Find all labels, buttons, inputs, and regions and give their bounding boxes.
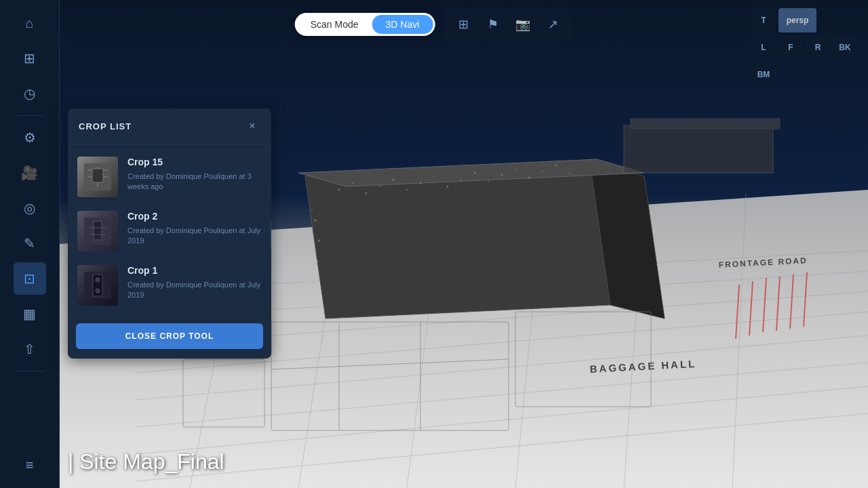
svg-point-56: [308, 230, 309, 231]
svg-point-19: [338, 189, 340, 191]
crop-info-2: Crop 2 Created by Dominique Pouliquen at…: [127, 211, 262, 247]
svg-point-72: [96, 278, 100, 282]
f-view-button[interactable]: F: [778, 35, 803, 60]
3d-navi-button[interactable]: 3D Navi: [372, 15, 433, 34]
svg-rect-48: [515, 312, 651, 407]
grid-icon: ▦: [23, 306, 36, 322]
svg-point-25: [420, 182, 422, 184]
svg-rect-67: [94, 221, 102, 240]
crop-meta-2: Created by Dominique Pouliquen at July 2…: [127, 226, 262, 247]
sidebar-item-camera[interactable]: 🎥: [14, 157, 46, 189]
crop-thumbnail-2: [77, 211, 118, 251]
svg-point-55: [315, 220, 317, 222]
crop-meta-1: Created by Dominique Pouliquen at July 2…: [127, 280, 262, 301]
list-item[interactable]: Crop 2 Created by Dominique Pouliquen at…: [68, 204, 271, 258]
share-icon: ⇧: [24, 341, 35, 357]
list-item[interactable]: Crop 1 Created by Dominique Pouliquen at…: [68, 258, 271, 312]
crop-thumbnail-15: [77, 157, 118, 197]
share-toolbar-icon: ↗: [548, 17, 558, 32]
site-name: | Site Map_Final: [68, 449, 224, 474]
bottom-layers-icon: ≡: [26, 458, 34, 473]
crop-name-2: Crop 2: [127, 211, 262, 222]
top-toolbar: Scan Mode 3D Navi ⊞ ⚑ 📷 ↗: [295, 8, 574, 41]
svg-marker-18: [298, 159, 644, 186]
sidebar-item-history[interactable]: ◷: [14, 77, 46, 110]
svg-point-28: [460, 179, 462, 180]
svg-point-73: [96, 289, 100, 293]
grid-view-icon: ⊞: [458, 17, 469, 32]
svg-line-42: [763, 278, 766, 332]
svg-line-43: [776, 277, 780, 331]
sidebar-item-share[interactable]: ⇧: [14, 333, 46, 365]
bm-view-button[interactable]: BM: [751, 62, 776, 87]
svg-line-40: [736, 285, 739, 339]
svg-point-21: [366, 192, 368, 195]
sidebar-item-grid[interactable]: ▦: [14, 298, 46, 330]
grid-view-button[interactable]: ⊞: [451, 12, 475, 37]
sidebar-item-location[interactable]: ◎: [14, 192, 46, 224]
svg-line-14: [624, 200, 644, 488]
svg-line-11: [298, 230, 339, 488]
svg-point-29: [474, 172, 476, 174]
svg-point-58: [313, 250, 314, 251]
panel-collapse-handle[interactable]: ‹: [270, 220, 271, 247]
layers-icon: ⊞: [24, 50, 35, 66]
svg-rect-37: [624, 125, 773, 173]
svg-line-45: [804, 272, 807, 327]
sidebar: ⌂ ⊞ ◷ ⚙ 🎥 ◎ ✎ ⊡ ▦ ⇧ ≡: [0, 0, 60, 488]
edit-icon: ✎: [24, 235, 35, 251]
svg-point-33: [528, 177, 530, 179]
camera-button[interactable]: 📷: [511, 12, 535, 37]
svg-point-30: [488, 181, 489, 182]
list-item[interactable]: Crop 15 Created by Dominique Pouliquen a…: [68, 150, 271, 204]
svg-line-44: [790, 274, 793, 329]
crop-panel-title: CROP LIST: [79, 121, 132, 131]
crop-icon: ⊡: [24, 270, 35, 287]
settings-icon: ⚙: [24, 129, 36, 146]
svg-text:BAGGAGE HALL: BAGGAGE HALL: [589, 358, 696, 375]
mode-toggle: Scan Mode 3D Navi: [295, 13, 435, 36]
sidebar-item-settings[interactable]: ⚙: [14, 121, 46, 154]
svg-line-13: [515, 207, 542, 488]
crop-info-15: Crop 15 Created by Dominique Pouliquen a…: [127, 157, 262, 192]
crop-thumb-image-2: [77, 211, 118, 251]
svg-point-32: [515, 169, 516, 170]
crop-name-15: Crop 15: [127, 157, 262, 167]
location-icon: ◎: [24, 200, 35, 216]
view-row-middle: L F R BK: [751, 35, 857, 60]
flag-button[interactable]: ⚑: [481, 12, 505, 37]
sidebar-item-layers[interactable]: ⊞: [14, 42, 46, 75]
toolbar-actions: ⊞ ⚑ 📷 ↗: [443, 8, 573, 41]
bk-view-button[interactable]: BK: [833, 35, 857, 60]
view-row-top: T persp: [751, 8, 857, 33]
sidebar-divider-2: [16, 371, 43, 371]
sidebar-item-home[interactable]: ⌂: [14, 7, 46, 39]
svg-line-41: [749, 281, 753, 336]
svg-marker-17: [590, 163, 665, 319]
persp-view-button[interactable]: persp: [778, 8, 816, 33]
crop-thumb-image-1: [77, 265, 118, 306]
svg-rect-49: [183, 359, 264, 427]
t-view-button[interactable]: T: [751, 8, 776, 33]
camera-icon: 🎥: [21, 165, 38, 181]
sidebar-item-bottom-layers[interactable]: ≡: [14, 449, 46, 481]
svg-point-31: [501, 174, 503, 176]
home-icon: ⌂: [25, 16, 33, 31]
crop-info-1: Crop 1 Created by Dominique Pouliquen at…: [127, 265, 262, 301]
svg-point-57: [318, 240, 320, 242]
crop-panel-close-button[interactable]: ×: [244, 118, 260, 134]
svg-line-51: [271, 359, 509, 369]
flag-icon: ⚑: [488, 17, 498, 32]
svg-line-12: [407, 217, 441, 488]
r-view-button[interactable]: R: [806, 35, 830, 60]
share-button[interactable]: ↗: [540, 12, 565, 37]
svg-point-60: [310, 270, 311, 272]
scan-mode-button[interactable]: Scan Mode: [297, 15, 372, 34]
svg-point-27: [447, 186, 449, 188]
svg-line-15: [732, 193, 746, 488]
svg-point-59: [317, 260, 319, 262]
sidebar-item-crop[interactable]: ⊡: [14, 262, 46, 295]
close-crop-tool-button[interactable]: CLOSE CROP TOOL: [76, 323, 263, 349]
sidebar-item-edit[interactable]: ✎: [14, 227, 46, 260]
l-view-button[interactable]: L: [751, 35, 776, 60]
